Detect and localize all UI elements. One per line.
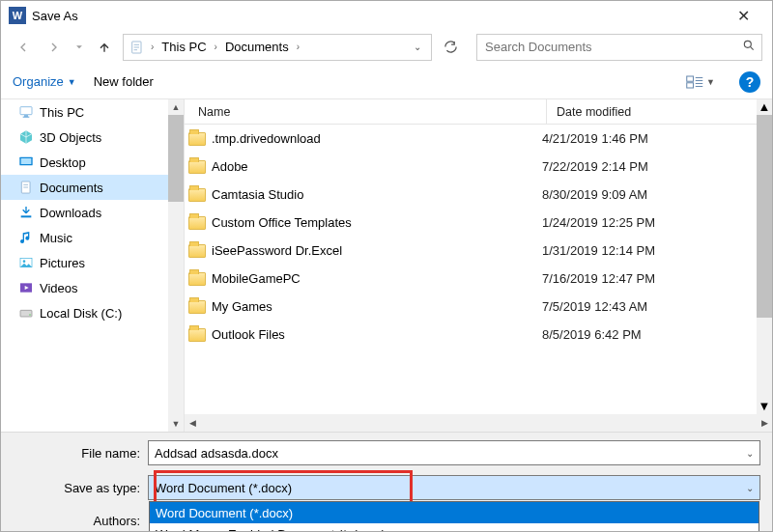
column-date[interactable]: Date modified	[551, 105, 772, 119]
folder-icon	[185, 300, 212, 314]
file-date: 1/24/2019 12:25 PM	[542, 215, 772, 230]
file-name: MobileGamePC	[212, 271, 542, 286]
forward-button[interactable]	[42, 35, 67, 60]
window-title: Save As	[32, 9, 722, 23]
file-date: 8/30/2019 9:09 AM	[542, 187, 772, 202]
file-name: Camtasia Studio	[212, 187, 542, 202]
savetype-combobox[interactable]: Word Document (*.docx) ⌄ Word Document (…	[148, 475, 760, 500]
save-form: File name: Addsad adsasda.docx ⌄ Save as…	[1, 432, 772, 531]
recent-dropdown[interactable]	[72, 35, 86, 60]
file-name: iSeePassword Dr.Excel	[212, 243, 542, 258]
file-date: 7/22/2019 2:14 PM	[542, 159, 772, 174]
downloads-icon	[18, 205, 34, 220]
search-input[interactable]	[483, 39, 742, 55]
breadcrumb-root[interactable]: This PC	[159, 39, 208, 55]
tree-item-3d[interactable]: 3D Objects	[1, 125, 184, 150]
desktop-icon	[18, 154, 34, 170]
file-date: 4/21/2019 1:46 PM	[542, 131, 772, 146]
svg-rect-13	[24, 115, 28, 116]
chevron-down-icon[interactable]: ⌄	[746, 483, 754, 493]
tree-item-label: This PC	[40, 105, 84, 120]
chevron-icon: ›	[151, 42, 154, 52]
tree-item-documents[interactable]: Documents	[1, 175, 184, 200]
folder-icon	[185, 272, 212, 286]
tree-item-label: Desktop	[40, 155, 86, 170]
word-app-icon: W	[9, 7, 26, 24]
file-name: Adobe	[212, 159, 542, 174]
file-date: 7/16/2019 12:47 PM	[542, 271, 772, 286]
svg-point-4	[744, 41, 751, 47]
organize-label: Organize	[13, 74, 64, 89]
svg-point-25	[29, 314, 31, 316]
back-button[interactable]	[11, 35, 36, 60]
file-row[interactable]: .tmp.drivedownload4/21/2019 1:46 PM	[185, 125, 772, 153]
file-name: My Games	[212, 299, 542, 314]
tree-item-videos[interactable]: Videos	[1, 275, 184, 300]
folder-icon	[185, 216, 212, 230]
breadcrumb-folder[interactable]: Documents	[223, 39, 291, 55]
svg-rect-16	[21, 158, 32, 164]
svg-rect-12	[20, 107, 32, 115]
music-icon	[18, 230, 34, 245]
file-row[interactable]: My Games7/5/2019 12:43 AM	[185, 293, 772, 321]
filename-value: Addsad adsasda.docx	[155, 446, 278, 461]
chevron-icon: ›	[297, 42, 300, 52]
file-row[interactable]: Outlook Files8/5/2019 6:42 PM	[185, 321, 772, 349]
file-row[interactable]: Custom Office Templates1/24/2019 12:25 P…	[185, 209, 772, 237]
chevron-down-icon[interactable]: ⌄	[746, 448, 754, 459]
search-box[interactable]	[476, 34, 762, 61]
3d-icon	[18, 129, 34, 145]
navbar: › This PC › Documents › ⌄	[1, 30, 772, 65]
address-bar[interactable]: › This PC › Documents › ⌄	[123, 34, 432, 61]
horizontal-scrollbar[interactable]: ◀▶	[185, 414, 772, 432]
new-folder-button[interactable]: New folder	[94, 74, 154, 89]
filename-input[interactable]: Addsad adsasda.docx ⌄	[148, 440, 760, 465]
filetype-option[interactable]: Word Document (*.docx)	[150, 502, 759, 523]
file-name: Custom Office Templates	[212, 215, 542, 230]
tree-item-downloads[interactable]: Downloads	[1, 200, 184, 225]
svg-rect-20	[21, 215, 32, 217]
file-row[interactable]: Adobe7/22/2019 2:14 PM	[185, 153, 772, 181]
folder-icon	[185, 132, 212, 146]
tree-item-label: Documents	[40, 181, 103, 195]
svg-rect-14	[23, 117, 30, 118]
svg-line-5	[750, 46, 753, 49]
savetype-dropdown: Word Document (*.docx)Word Macro-Enabled…	[149, 501, 759, 532]
file-date: 8/5/2019 6:42 PM	[542, 327, 772, 342]
file-row[interactable]: Camtasia Studio8/30/2019 9:09 AM	[185, 181, 772, 209]
svg-rect-6	[687, 76, 694, 81]
file-name: .tmp.drivedownload	[212, 131, 542, 146]
tree-item-label: Pictures	[40, 256, 85, 270]
column-name[interactable]: Name	[185, 105, 542, 119]
tree-item-label: Videos	[40, 281, 78, 295]
dialog-body: This PC3D ObjectsDesktopDocumentsDownloa…	[1, 99, 772, 432]
search-icon[interactable]	[742, 39, 756, 55]
address-dropdown-icon[interactable]: ⌄	[410, 42, 425, 52]
tree-item-label: 3D Objects	[40, 130, 101, 145]
svg-rect-24	[20, 310, 32, 317]
tree-item-music[interactable]: Music	[1, 225, 184, 250]
tree-item-pictures[interactable]: Pictures	[1, 250, 184, 275]
file-row[interactable]: MobileGamePC7/16/2019 12:47 PM	[185, 265, 772, 293]
svg-point-22	[23, 260, 26, 263]
tree-item-pc[interactable]: This PC	[1, 99, 184, 125]
folder-icon	[185, 244, 212, 258]
up-button[interactable]	[92, 35, 117, 60]
vertical-scrollbar[interactable]: ▲ ▼	[757, 99, 772, 414]
refresh-button[interactable]	[438, 35, 463, 60]
savetype-label: Save as type:	[13, 481, 148, 495]
disk-icon	[18, 305, 34, 321]
filetype-option[interactable]: Word Macro-Enabled Document (*.docm)	[150, 523, 759, 532]
view-options-button[interactable]: ▼	[679, 70, 722, 95]
tree-item-disk[interactable]: Local Disk (C:)	[1, 300, 184, 325]
close-button[interactable]: ✕	[722, 1, 764, 30]
organize-menu[interactable]: Organize▼	[13, 74, 76, 89]
save-as-dialog: W Save As ✕ › This PC › Documents › ⌄ Or…	[0, 0, 773, 532]
file-list-pane: Name Date modified .tmp.drivedownload4/2…	[185, 99, 772, 432]
pc-icon	[18, 104, 34, 120]
file-date: 7/5/2019 12:43 AM	[542, 299, 772, 314]
file-row[interactable]: iSeePassword Dr.Excel1/31/2019 12:14 PM	[185, 237, 772, 265]
tree-item-desktop[interactable]: Desktop	[1, 150, 184, 175]
help-button[interactable]: ?	[739, 71, 760, 93]
tree-scrollbar[interactable]: ▲ ▼	[168, 99, 184, 432]
